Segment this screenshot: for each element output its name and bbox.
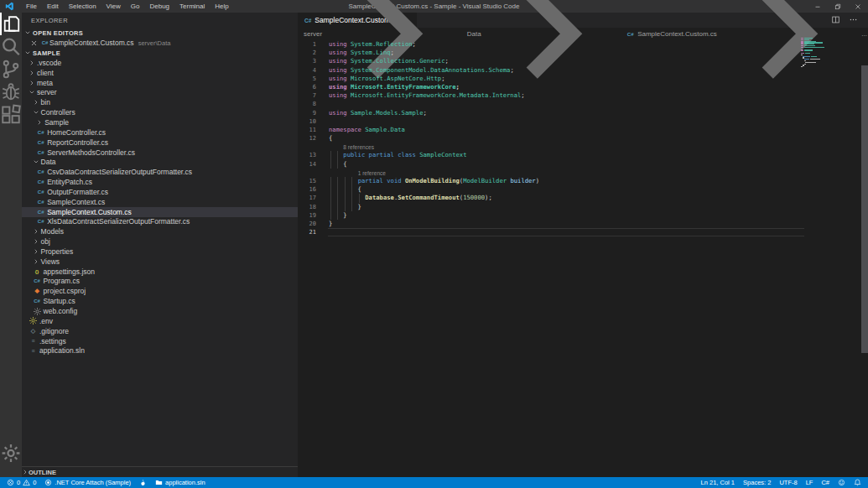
line-number[interactable]: 11: [298, 126, 316, 134]
tree-item-samplecontext-custom-cs[interactable]: C#SampleContext.Custom.cs: [22, 207, 298, 217]
line-number[interactable]: 18: [298, 203, 316, 211]
activity-extensions-icon[interactable]: [0, 103, 22, 126]
code-line-4[interactable]: 4using System.ComponentModel.DataAnnotat…: [298, 66, 868, 75]
tree-item-csvdatacontractserializeroutputformatter-cs[interactable]: C#CsvDataContractSerializerOutputFormatt…: [22, 167, 298, 177]
tree-item-appsettings-json[interactable]: {}appsettings.json: [22, 267, 298, 277]
line-number[interactable]: 17: [298, 194, 316, 202]
line-number[interactable]: 10: [298, 117, 316, 126]
tree-item-samplecontext-cs[interactable]: C#SampleContext.cs: [22, 197, 298, 207]
tree-item-properties[interactable]: Properties: [22, 247, 298, 257]
status-problems[interactable]: 00: [7, 479, 36, 486]
menu-item-debug[interactable]: Debug: [144, 0, 174, 13]
code-line-6[interactable]: 6using Microsoft.EntityFrameworkCore;: [298, 83, 868, 91]
line-number[interactable]: 14: [298, 160, 316, 169]
status-language-mode[interactable]: C#: [821, 479, 829, 486]
line-number[interactable]: 2: [298, 49, 316, 57]
tree-item-startup-cs[interactable]: C#Startup.cs: [22, 296, 298, 306]
tree-item-views[interactable]: Views: [22, 257, 298, 267]
activity-source-control-icon[interactable]: [0, 58, 22, 80]
activity-explorer-icon[interactable]: [0, 13, 22, 35]
status-notifications[interactable]: [854, 479, 861, 486]
menu-item-terminal[interactable]: Terminal: [174, 0, 210, 13]
line-number[interactable]: 16: [298, 185, 316, 194]
line-number[interactable]: 3: [298, 57, 316, 65]
tree-item-reportcontroller-cs[interactable]: C#ReportController.cs: [22, 138, 298, 148]
code-line-17[interactable]: 17 Database.SetCommandTimeout(150000);: [298, 194, 868, 202]
breadcrumb-item-server[interactable]: server: [303, 30, 323, 38]
status-encoding[interactable]: UTF-8: [779, 479, 797, 486]
code-line-7[interactable]: 7using Microsoft.EntityFrameworkCore.Met…: [298, 91, 868, 100]
menu-item-go[interactable]: Go: [126, 0, 145, 13]
code-line-3[interactable]: 3using System.Collections.Generic;: [298, 57, 868, 65]
tree-item-application-sln[interactable]: ≡application.sln: [22, 345, 298, 356]
code-line-20[interactable]: 20}: [298, 220, 868, 228]
menu-item-help[interactable]: Help: [210, 0, 233, 13]
tree-item-homecontroller-cs[interactable]: C#HomeController.cs: [22, 127, 298, 138]
tree-item--settings[interactable]: ≡.settings: [22, 336, 298, 346]
tree-item-sample[interactable]: Sample: [22, 117, 298, 127]
activity-search-icon[interactable]: [0, 35, 22, 58]
outline-header[interactable]: OUTLINE: [22, 466, 298, 477]
tree-item-xlsdatacontractserializeroutputformatter-cs[interactable]: C#XlsDataContractSerializerOutputFormatt…: [22, 217, 298, 227]
line-number[interactable]: 6: [298, 83, 316, 91]
tree-item-bin[interactable]: bin: [22, 97, 298, 107]
line-number[interactable]: 1: [298, 40, 316, 49]
tree-item-entitypatch-cs[interactable]: C#EntityPatch.cs: [22, 177, 298, 187]
tree-item--gitignore[interactable]: ◇.gitignore: [22, 326, 298, 336]
menu-item-view[interactable]: View: [101, 0, 126, 13]
line-number[interactable]: 21: [298, 228, 316, 236]
open-editors-header[interactable]: OPEN EDITORS: [22, 28, 298, 38]
status-solution[interactable]: application.sln: [155, 479, 205, 486]
status-indentation[interactable]: Spaces: 2: [743, 479, 771, 486]
line-number[interactable]: 5: [298, 75, 316, 83]
code-line-8[interactable]: 8: [298, 100, 868, 108]
tree-item-obj[interactable]: obj: [22, 236, 298, 247]
code-line-18[interactable]: 18 }: [298, 203, 868, 211]
code-line-21[interactable]: 21: [298, 228, 868, 236]
code-line-1[interactable]: 1using System.Reflection;: [298, 40, 868, 49]
status-feedback[interactable]: [838, 479, 845, 486]
codelens-references[interactable]: 8 references: [298, 143, 868, 151]
code-line-5[interactable]: 5using Microsoft.AspNetCore.Http;: [298, 75, 868, 83]
close-editor-icon[interactable]: [30, 39, 38, 47]
status-eol[interactable]: LF: [806, 479, 813, 486]
code-line-12[interactable]: 12{: [298, 134, 868, 143]
line-number[interactable]: 20: [298, 220, 316, 228]
menu-item-file[interactable]: File: [21, 0, 42, 13]
tree-item-models[interactable]: Models: [22, 226, 298, 236]
code-line-16[interactable]: 16 {: [298, 185, 868, 194]
code-line-11[interactable]: 11namespace Sample.Data: [298, 126, 868, 134]
tree-item-outputformatter-cs[interactable]: C#OutputFormatter.cs: [22, 187, 298, 197]
code-line-2[interactable]: 2using System.Linq;: [298, 49, 868, 57]
close-icon[interactable]: [848, 0, 868, 13]
minimap[interactable]: [801, 38, 829, 70]
line-number[interactable]: 4: [298, 66, 316, 75]
line-number[interactable]: 13: [298, 151, 316, 159]
menu-item-edit[interactable]: Edit: [42, 0, 64, 13]
menu-item-selection[interactable]: Selection: [64, 0, 101, 13]
codelens-references[interactable]: 1 reference: [298, 169, 868, 177]
restore-icon[interactable]: [828, 0, 848, 13]
tree-item-servermethodscontroller-cs[interactable]: C#ServerMethodsController.cs: [22, 148, 298, 158]
tree-item--vscode[interactable]: .vscode: [22, 58, 298, 68]
tree-item--env[interactable]: .env: [22, 316, 298, 326]
breadcrumb-item-data[interactable]: Data: [466, 30, 482, 38]
breadcrumb-item--[interactable]: ...: [860, 30, 868, 38]
tree-item-meta[interactable]: meta: [22, 78, 298, 88]
tree-item-server[interactable]: server: [22, 88, 298, 98]
activity-manage-icon[interactable]: [0, 442, 22, 465]
minimize-icon[interactable]: [808, 0, 828, 13]
tree-item-client[interactable]: client: [22, 68, 298, 78]
line-number[interactable]: 19: [298, 211, 316, 220]
code-line-9[interactable]: 9using Sample.Models.Sample;: [298, 109, 868, 117]
line-number[interactable]: 15: [298, 177, 316, 185]
open-editor-item[interactable]: C#SampleContext.Custom.csserver\Data: [22, 38, 298, 48]
line-number[interactable]: 7: [298, 91, 316, 100]
code-line-13[interactable]: 13 public partial class SampleContext: [298, 151, 868, 159]
status-debug-configuration[interactable]: .NET Core Attach (Sample): [44, 479, 131, 486]
line-number[interactable]: 12: [298, 134, 316, 143]
line-number[interactable]: 8: [298, 100, 316, 108]
code-line-10[interactable]: 10: [298, 117, 868, 126]
tree-item-program-cs[interactable]: C#Program.cs: [22, 277, 298, 287]
code-editor[interactable]: 1using System.Reflection;2using System.L…: [298, 40, 868, 477]
